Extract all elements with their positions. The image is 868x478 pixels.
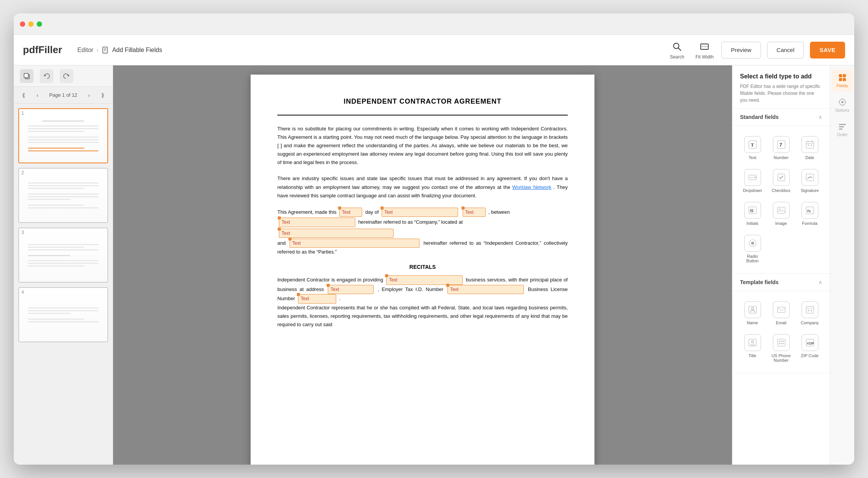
svg-text:T: T xyxy=(751,142,754,148)
field-corner-5 xyxy=(278,228,281,231)
close-button[interactable] xyxy=(20,21,25,27)
standard-fields-header[interactable]: Standard fields ∧ xyxy=(732,109,830,126)
tab-options[interactable]: Options xyxy=(832,94,853,116)
field-item-dropdown[interactable]: Dropdown xyxy=(738,165,766,197)
field-item-name[interactable]: Name xyxy=(738,297,766,329)
field-corner-8 xyxy=(327,284,330,287)
page-thumb-2[interactable]: 2 xyxy=(18,168,108,223)
agreement-pre: This Agreement, made this xyxy=(277,209,337,215)
svg-rect-37 xyxy=(808,310,809,311)
field-item-signature[interactable]: Signature xyxy=(796,165,824,197)
svg-text:fx: fx xyxy=(807,208,811,213)
field-item-number[interactable]: 7 Number xyxy=(767,132,795,164)
text-field-6[interactable]: Text xyxy=(290,239,419,248)
image-field-label: Image xyxy=(775,221,787,226)
svg-rect-43 xyxy=(779,341,780,342)
svg-rect-46 xyxy=(779,343,780,344)
page-preview-4 xyxy=(19,288,107,341)
sidebar-toolbar xyxy=(14,65,113,87)
field-item-zip[interactable]: #ZIP ZIP Code xyxy=(796,330,824,367)
template-fields-label: Template fields xyxy=(740,279,779,285)
template-fields-header[interactable]: Template fields ∧ xyxy=(732,274,830,291)
cancel-button[interactable]: Cancel xyxy=(767,42,804,59)
initials-field-icon: IS xyxy=(744,202,761,219)
svg-rect-48 xyxy=(782,343,784,344)
field-item-formula[interactable]: fx Formula xyxy=(796,198,824,230)
dropdown-field-label: Dropdown xyxy=(743,188,762,193)
text-field-8[interactable]: Text xyxy=(328,285,374,294)
field-item-radio[interactable]: Radio Button xyxy=(738,231,766,267)
svg-rect-53 xyxy=(839,78,842,81)
svg-point-31 xyxy=(751,242,754,245)
initials-field-label: Initials xyxy=(747,221,758,226)
text-field-2[interactable]: Text xyxy=(382,208,458,217)
radio-field-icon xyxy=(744,235,761,252)
standard-fields-chevron: ∧ xyxy=(818,114,822,120)
page-thumb-4[interactable]: 4 xyxy=(18,287,108,342)
page-preview-3 xyxy=(19,228,107,282)
panel-title: Select a field type to add xyxy=(740,73,822,80)
text-field-7[interactable]: Text xyxy=(386,275,463,285)
company-field-label: Company xyxy=(801,320,819,325)
first-page-button[interactable]: ⟪ xyxy=(18,90,29,101)
right-panel-tabs: Fields Options xyxy=(830,65,854,465)
field-item-date[interactable]: Date xyxy=(796,132,824,164)
page-thumb-1[interactable]: 1 xyxy=(18,108,108,163)
text-field-1[interactable]: Text xyxy=(339,208,362,217)
recitals-title: RECITALS xyxy=(277,264,568,270)
svg-rect-62 xyxy=(839,126,844,127)
document-page: INDEPENDENT CONTRACTOR AGREEMENT There i… xyxy=(251,75,594,465)
text-field-5[interactable]: Text xyxy=(279,229,394,238)
worklaw-link[interactable]: Worklaw Network xyxy=(512,184,551,190)
page-thumb-3[interactable]: 3 xyxy=(18,228,108,283)
text-field-3[interactable]: Text xyxy=(463,208,486,217)
svg-text:#ZIP: #ZIP xyxy=(807,341,814,345)
svg-rect-34 xyxy=(777,307,785,312)
field-item-email[interactable]: Email xyxy=(767,297,795,329)
panel-desc: PDF Editor has a wide range of specific … xyxy=(740,83,822,104)
options-tab-icon xyxy=(838,98,847,106)
tab-fields[interactable]: Fields xyxy=(832,70,853,91)
text-field-9[interactable]: Text xyxy=(447,285,524,294)
svg-point-33 xyxy=(751,307,754,310)
name-field-label: Name xyxy=(747,320,758,325)
panel-header: Select a field type to add PDF Editor ha… xyxy=(732,65,830,109)
next-page-button[interactable]: › xyxy=(84,90,94,101)
breadcrumb-editor[interactable]: Editor xyxy=(78,47,94,54)
redo-button[interactable] xyxy=(60,69,73,83)
phone-field-icon xyxy=(773,334,790,351)
breadcrumb: Editor › Add Fillable Fields xyxy=(78,46,667,54)
maximize-button[interactable] xyxy=(37,21,42,27)
field-item-image[interactable]: Image xyxy=(767,198,795,230)
document-title: INDEPENDENT CONTRACTOR AGREEMENT xyxy=(277,98,568,106)
dropdown-field-icon xyxy=(744,169,761,186)
field-item-title[interactable]: Title xyxy=(738,330,766,367)
text-field-10[interactable]: Text xyxy=(298,294,336,303)
formula-field-label: Formula xyxy=(802,221,817,226)
field-item-phone[interactable]: US Phone Number xyxy=(767,330,795,367)
title-underline xyxy=(277,115,568,115)
field-item-checkbox[interactable]: Checkbox xyxy=(767,165,795,197)
text-field-4[interactable]: Text xyxy=(279,218,355,227)
agreement-referred: hereinafter referred to as “Company,” lo… xyxy=(358,219,463,225)
prev-page-button[interactable]: ‹ xyxy=(32,90,43,101)
save-button[interactable]: SAVE xyxy=(810,42,845,59)
field-item-text[interactable]: T Text xyxy=(738,132,766,164)
field-item-company[interactable]: Company xyxy=(796,297,824,329)
field-item-initials[interactable]: IS Initials xyxy=(738,198,766,230)
search-tool[interactable]: Search xyxy=(666,41,688,60)
minimize-button[interactable] xyxy=(28,21,34,27)
preview-button[interactable]: Preview xyxy=(721,42,761,59)
undo-button[interactable] xyxy=(40,69,53,83)
svg-point-27 xyxy=(779,208,781,210)
last-page-button[interactable]: ⟫ xyxy=(97,90,108,101)
fit-width-label: Fit Width xyxy=(696,54,714,60)
appbar: pdfFiller Editor › Add Fillable Fields xyxy=(14,35,854,65)
tab-order[interactable]: Order xyxy=(832,119,853,140)
svg-rect-44 xyxy=(781,341,782,342)
fit-width-tool[interactable]: Fit Width xyxy=(694,41,715,60)
recitals-mid2: , Employer Tax I.D. Number xyxy=(378,286,444,292)
page-number-4: 4 xyxy=(21,289,24,295)
copy-button[interactable] xyxy=(20,69,34,83)
signature-field-label: Signature xyxy=(801,188,819,193)
